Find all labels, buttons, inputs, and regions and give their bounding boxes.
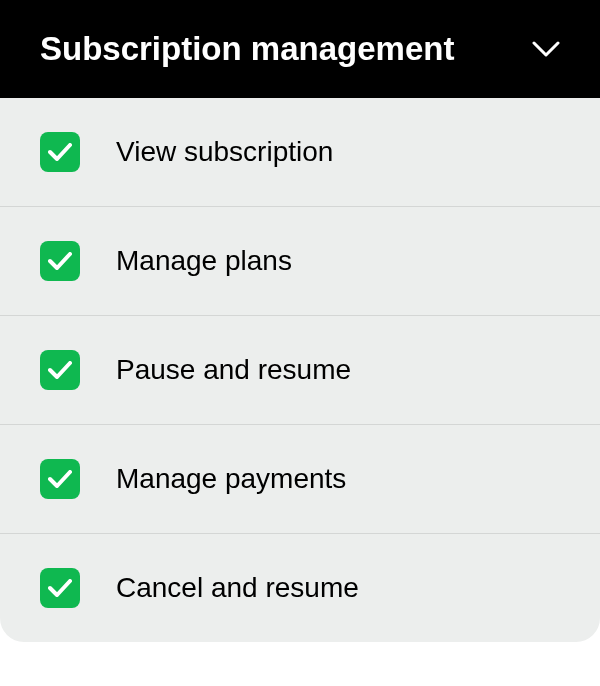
item-label: Cancel and resume	[116, 572, 359, 604]
list-item: Manage plans	[0, 207, 600, 316]
chevron-down-icon	[532, 41, 560, 57]
checkbox-manage-plans[interactable]	[40, 241, 80, 281]
item-label: View subscription	[116, 136, 333, 168]
check-icon	[48, 470, 72, 488]
check-icon	[48, 252, 72, 270]
item-label: Manage payments	[116, 463, 346, 495]
checkbox-cancel-resume[interactable]	[40, 568, 80, 608]
check-icon	[48, 143, 72, 161]
list-item: Pause and resume	[0, 316, 600, 425]
subscription-management-card: Subscription management View subscriptio…	[0, 0, 600, 642]
check-icon	[48, 361, 72, 379]
card-title: Subscription management	[40, 30, 454, 68]
item-label: Pause and resume	[116, 354, 351, 386]
checkbox-manage-payments[interactable]	[40, 459, 80, 499]
list-item: Manage payments	[0, 425, 600, 534]
options-list: View subscription Manage plans Pause and…	[0, 98, 600, 642]
check-icon	[48, 579, 72, 597]
checkbox-view-subscription[interactable]	[40, 132, 80, 172]
list-item: View subscription	[0, 98, 600, 207]
card-header[interactable]: Subscription management	[0, 0, 600, 98]
checkbox-pause-resume[interactable]	[40, 350, 80, 390]
item-label: Manage plans	[116, 245, 292, 277]
list-item: Cancel and resume	[0, 534, 600, 642]
